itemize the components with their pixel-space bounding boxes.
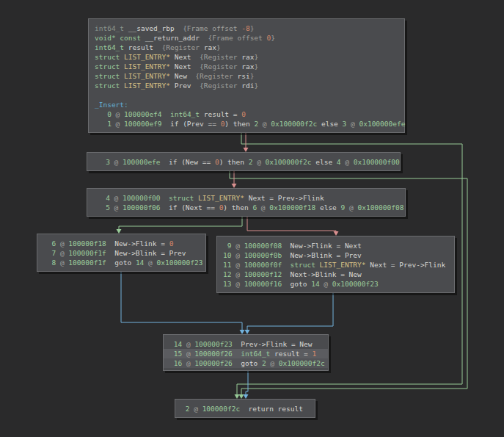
token-gy: @ [257, 203, 269, 212]
basic-block-b2[interactable]: 2 @ 100000f2c return result [175, 399, 315, 418]
token-w: goto [106, 259, 136, 267]
asm-line[interactable]: 13 @ 100000f16 goto 14 @ 0x100000f23 [217, 279, 454, 289]
asm-line[interactable]: 8 @ 100000f1f goto 14 @ 0x100000f23 [37, 258, 205, 267]
token-gy: @ [341, 158, 354, 166]
asm-line[interactable]: 9 @ 100000f08 New->Flink = Next [217, 241, 454, 250]
asm-line[interactable]: struct LIST_ENTRY* Prev {Register rdi} [89, 81, 404, 90]
token-g: 100000ef4 [124, 110, 161, 118]
token-w: Next = Prev->Flink [244, 194, 324, 202]
token-w: else [317, 120, 342, 128]
token-w: result = [270, 350, 312, 358]
asm-line[interactable]: 6 @ 100000f18 New->Flink = 0 [37, 239, 205, 248]
token-g: 0x100000f2c [271, 120, 317, 128]
token-g: 15 [169, 350, 182, 358]
token-w [233, 350, 241, 358]
token-g: struct [95, 53, 124, 61]
token-w: rdi [241, 82, 254, 90]
asm-line[interactable]: struct LIST_ENTRY* Next {Register rax} [89, 62, 404, 71]
token-g: 4 [93, 194, 110, 202]
asm-line[interactable]: 14 @ 100000f23 Prev->Flink = New [164, 339, 328, 349]
asm-line[interactable]: 0 @ 100000ef4 int64_t result = 0 [89, 109, 404, 119]
asm-line[interactable]: 7 @ 100000f1f New->Blink = Prev [37, 248, 205, 258]
asm-line[interactable]: 2 @ 100000f2c return result [175, 404, 315, 413]
token-w: else [315, 203, 340, 212]
token-g: 100000ef9 [124, 120, 161, 128]
asm-line[interactable]: 4 @ 100000f00 struct LIST_ENTRY* Next = … [87, 193, 405, 203]
token-g: 12 [223, 270, 231, 278]
token-g: 3 [93, 158, 110, 166]
asm-line[interactable]: int64_t result {Register rax} [89, 43, 404, 52]
token-gy: } [216, 43, 221, 51]
asm-line[interactable]: 12 @ 100000f12 Next->Blink = New [217, 270, 454, 279]
token-gy: @ [56, 249, 68, 257]
token-gy: @ [252, 158, 265, 166]
asm-line[interactable]: 10 @ 100000f0b New->Blink = Prev [217, 250, 454, 260]
token-gy: {Register [191, 53, 242, 61]
asm-line[interactable]: 15 @ 100000f26 int64_t result = 1 [164, 349, 328, 358]
token-g: 6 [43, 239, 56, 248]
basic-block-b9[interactable]: 9 @ 100000f08 New->Flink = Next10 @ 1000… [216, 236, 455, 293]
asm-line[interactable]: void* const __return_addr {Frame offset … [89, 33, 404, 43]
token-g: 0 [95, 110, 112, 118]
token-w: New [170, 72, 187, 80]
token-g: struct [95, 62, 124, 71]
asm-line[interactable]: struct LIST_ENTRY* Next {Register rax} [89, 52, 404, 62]
token-g: 100000f0f [244, 261, 282, 269]
token-g: 0x100000f00 [354, 158, 400, 166]
asm-line[interactable]: int64_t __saved_rbp {Frame offset -8} [89, 24, 404, 33]
token-w: __saved_rbp [124, 24, 175, 32]
token-gy: @ [231, 270, 244, 278]
token-gy: } [250, 72, 255, 80]
token-gy: @ [266, 359, 279, 367]
token-gy: } [254, 53, 258, 61]
token-w: ) then [223, 203, 252, 212]
token-g: int64_t [241, 350, 270, 358]
token-gy: {Register [191, 82, 242, 90]
basic-block-b3[interactable]: 3 @ 100000efe if (New == 0) then 2 @ 0x1… [87, 152, 401, 171]
token-w: if (Next == [161, 203, 219, 212]
token-gy: @ [56, 259, 68, 267]
edge-b4-false-to-b9 [247, 217, 336, 234]
token-g: 100000f26 [194, 350, 232, 358]
token-g: 5 [93, 203, 110, 212]
token-w: rax [241, 62, 254, 71]
edge-b9-goto-b14 [247, 293, 333, 332]
token-gy: } [250, 24, 255, 32]
token-gy: @ [231, 280, 244, 288]
asm-line[interactable] [89, 90, 404, 100]
token-gy: } [271, 34, 275, 42]
token-gy: {Frame offset [200, 34, 267, 42]
asm-line[interactable]: 5 @ 100000f06 if (Next == 0) then 6 @ 0x… [87, 203, 405, 212]
token-gy: @ [346, 120, 359, 128]
token-g: 0x100000f08 [357, 203, 403, 212]
token-w: result [124, 43, 153, 51]
asm-line[interactable]: _Insert: [89, 100, 404, 109]
asm-line[interactable]: 1 @ 100000ef9 if (Prev == 0) then 2 @ 0x… [89, 119, 404, 129]
basic-block-b4[interactable]: 4 @ 100000f00 struct LIST_ENTRY* Next = … [87, 188, 406, 217]
token-gy: @ [345, 203, 357, 212]
token-gy: @ [112, 120, 124, 128]
token-gy: @ [182, 359, 194, 367]
token-g: 0x100000f23 [157, 259, 203, 267]
basic-block-b6[interactable]: 6 @ 100000f18 New->Flink = 0 7 @ 100000f… [37, 234, 206, 272]
graph-view-canvas[interactable]: int64_t __saved_rbp {Frame offset -8}voi… [0, 0, 504, 437]
asm-line[interactable]: struct LIST_ENTRY* New {Register rsi} [89, 71, 404, 81]
token-w: __return_addr [141, 34, 200, 42]
token-g: 16 [169, 359, 182, 367]
token-g: 100000f00 [123, 194, 160, 202]
basic-block-entry[interactable]: int64_t __saved_rbp {Frame offset -8}voi… [88, 18, 405, 133]
asm-line[interactable]: 11 @ 100000f0f struct LIST_ENTRY* Next =… [217, 260, 454, 270]
token-g: 100000f2c [202, 405, 240, 413]
asm-line[interactable]: 3 @ 100000efe if (New == 0) then 2 @ 0x1… [87, 157, 400, 167]
token-g: int64_t [170, 110, 200, 118]
token-gy: @ [110, 158, 123, 166]
token-g: 1 [95, 120, 112, 128]
token-w: Prev [170, 82, 191, 90]
basic-block-b14[interactable]: 14 @ 100000f23 Prev->Flink = New 15 @ 10… [163, 334, 329, 371]
token-g: 0x100000f2c [266, 158, 312, 166]
asm-line[interactable]: 16 @ 100000f26 goto 2 @ 0x100000f2c [164, 358, 328, 368]
token-gy: @ [182, 340, 194, 348]
token-gy: @ [144, 259, 156, 267]
token-gy: {Register [187, 72, 238, 80]
token-w: Next [170, 62, 191, 71]
